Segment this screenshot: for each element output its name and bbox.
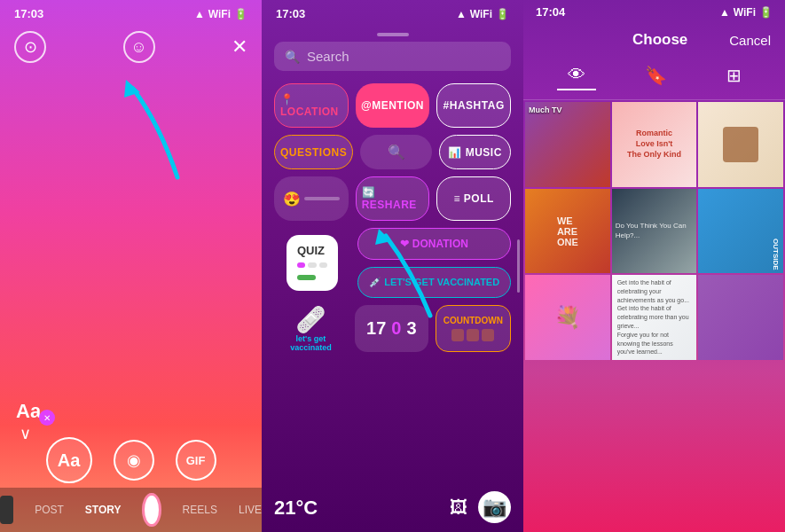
photo-2: RomanticLove Isn'tThe Only Kind	[612, 102, 697, 187]
battery-icon-3: 🔋	[759, 6, 773, 19]
status-icons-2: ▲ WiFi 🔋	[456, 8, 509, 20]
status-bar-2: 17:03 ▲ WiFi 🔋	[262, 0, 523, 24]
music-sticker-label: MUSIC	[466, 146, 502, 159]
status-time-3: 17:04	[536, 5, 565, 19]
aa-label: Aa	[16, 400, 41, 423]
search-sticker[interactable]: 🔍	[360, 135, 432, 169]
photo-cell-9[interactable]	[698, 275, 783, 360]
photo-cell-3[interactable]	[698, 102, 783, 187]
top-toolbar-1: ⊙ ☺ ✕	[0, 24, 262, 70]
vaccinated-sticker-label: 💉 LET'S GET VACCINATED	[369, 277, 499, 288]
eye-icon: 👁	[568, 65, 585, 84]
text-tool-button[interactable]: Aa	[46, 437, 92, 483]
settings-button[interactable]: ⊙	[14, 31, 46, 63]
aa-close-badge: ✕	[39, 410, 55, 426]
photo-cell-4[interactable]: WEAREONE	[525, 189, 610, 274]
countdown-sticker[interactable]: COUNTDOWN	[436, 305, 511, 352]
status-bar-1: 17:03 ▲ WiFi 🔋	[0, 0, 262, 24]
tab-recents[interactable]: 👁	[557, 61, 596, 90]
search-sticker-icon: 🔍	[388, 144, 405, 160]
hashtag-sticker[interactable]: #HASHTAG	[436, 83, 511, 128]
time-colon: 0	[391, 318, 401, 339]
vaccinated-sticker[interactable]: 💉 LET'S GET VACCINATED	[357, 267, 511, 298]
countdown-boxes	[451, 329, 494, 341]
photo-4: WEAREONE	[525, 189, 610, 274]
status-time-1: 17:03	[14, 7, 43, 20]
gallery-icon-2[interactable]: 🖼	[450, 497, 467, 518]
poll-sticker[interactable]: ≡ POLL	[436, 176, 511, 221]
music-sticker[interactable]: 📊 MUSIC	[439, 135, 511, 169]
bandaid-sticker[interactable]: 🩹 let's getvaccinated	[274, 305, 348, 352]
time-sticker[interactable]: 17 0 3	[355, 305, 428, 352]
photo-9	[698, 275, 783, 360]
capture-button[interactable]	[142, 493, 161, 527]
status-icons-1: ▲ WiFi 🔋	[194, 8, 247, 20]
bottom-toolbar-1: Aa ◉ GIF	[0, 437, 262, 483]
avatar-tool-button[interactable]: ◉	[114, 440, 154, 481]
photo-cell-7[interactable]: 💐	[525, 275, 610, 360]
music-bars-icon: 📊	[448, 146, 462, 159]
location-sticker-label: 📍 LOCATION	[280, 93, 342, 118]
questions-sticker-label: QUESTIONS	[280, 146, 347, 159]
arrow-indicator	[106, 71, 213, 213]
status-icons-3: ▲ WiFi 🔋	[719, 6, 773, 19]
photo-3	[698, 102, 783, 187]
photo-cell-2[interactable]: RomanticLove Isn'tThe Only Kind	[612, 102, 697, 187]
photo-grid: Much TV RomanticLove Isn'tThe Only Kind …	[523, 100, 785, 362]
reshare-sticker-label: 🔄 RESHARE	[362, 186, 424, 211]
grid-icon: ⊞	[726, 66, 742, 85]
text-icon: Aa	[58, 450, 81, 471]
bottom-icons-2: 🖼 📷	[450, 491, 511, 523]
countdown-box-1	[451, 329, 464, 341]
close-button[interactable]: ✕	[232, 35, 247, 59]
location-sticker[interactable]: 📍 LOCATION	[274, 83, 349, 128]
sticker-button[interactable]: ☺	[123, 31, 155, 63]
drag-handle	[377, 33, 409, 36]
countdown-box-2	[467, 329, 479, 341]
slider-bar	[304, 197, 340, 200]
sticker-grid-row1: 📍 LOCATION @MENTION #HASHTAG	[262, 83, 523, 128]
panel-sticker-picker: 17:03 ▲ WiFi 🔋 🔍 Search 📍 LOCATION @MENT…	[262, 0, 523, 532]
photo-cell-8[interactable]: Get into the habit of celebrating your a…	[612, 275, 697, 360]
tab-grid[interactable]: ⊞	[716, 61, 752, 90]
gallery-thumbnail[interactable]	[0, 496, 13, 524]
emoji-icon: 😍	[283, 191, 301, 207]
donation-vaccinated-group: ❤ DONATION 💉 LET'S GET VACCINATED	[357, 228, 511, 298]
emoji-slider-sticker[interactable]: 😍	[274, 176, 349, 221]
battery-icon: 🔋	[234, 8, 247, 20]
mention-sticker-label: @MENTION	[361, 99, 424, 112]
photo-cell-5[interactable]: Do You Think You Can Help?...	[612, 189, 697, 274]
cancel-button[interactable]: Cancel	[729, 33, 771, 48]
view-tabs: 👁 🔖 ⊞	[523, 56, 785, 100]
questions-sticker[interactable]: QUESTIONS	[274, 135, 353, 169]
text-tool: Aa ✕	[16, 397, 55, 426]
time-digit-1: 17	[366, 318, 386, 339]
tab-saved[interactable]: 🔖	[634, 61, 678, 90]
signal-icon-3: ▲	[719, 6, 730, 19]
nav-story[interactable]: STORY	[85, 504, 122, 516]
nav-post[interactable]: POST	[35, 504, 64, 516]
nav-live[interactable]: LIVE	[239, 504, 262, 516]
photo-8: Get into the habit of celebrating your a…	[612, 275, 697, 360]
search-placeholder-text: Search	[307, 49, 349, 64]
choose-title: Choose	[632, 31, 687, 49]
signal-icon: ▲	[194, 8, 205, 20]
gif-icon: GIF	[186, 454, 206, 467]
panel-story-camera: 17:03 ▲ WiFi 🔋 ⊙ ☺ ✕ Aa ✕ ∨ Aa	[0, 0, 262, 532]
photo-cell-6[interactable]: OUTSIDE	[698, 189, 783, 274]
countdown-box-3	[482, 329, 494, 341]
mention-sticker[interactable]: @MENTION	[356, 83, 430, 128]
sticker-search-bar[interactable]: 🔍 Search	[274, 42, 511, 71]
status-time-2: 17:03	[276, 7, 305, 20]
sticker-grid-row5: 🩹 let's getvaccinated 17 0 3 COUNTDOWN	[262, 298, 523, 359]
donation-sticker[interactable]: ❤ DONATION	[357, 228, 511, 260]
poll-sticker-label: ≡ POLL	[453, 192, 493, 205]
reshare-sticker[interactable]: 🔄 RESHARE	[356, 176, 430, 221]
photo-cell-1[interactable]: Much TV	[525, 102, 610, 187]
nav-reels[interactable]: REELS	[183, 504, 217, 516]
battery-icon-2: 🔋	[496, 8, 509, 20]
search-icon: 🔍	[285, 50, 300, 64]
quiz-sticker[interactable]: QUIZ	[287, 235, 338, 291]
camera-icon-2[interactable]: 📷	[478, 491, 511, 523]
gif-tool-button[interactable]: GIF	[176, 440, 216, 481]
